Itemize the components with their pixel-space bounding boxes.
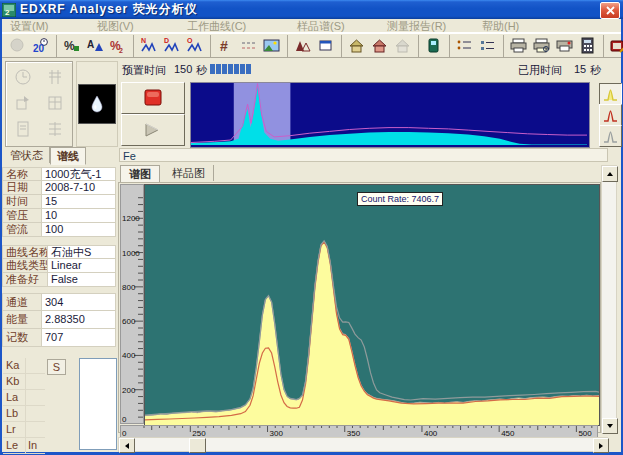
line-row: La [3,390,45,406]
peak-red-button[interactable] [599,104,622,126]
scroll-left-button[interactable] [119,438,135,453]
progress-segment [222,64,227,74]
property-label: 通道 [2,293,42,311]
curve-properties: 曲线名称石油中S曲线类型Linear准备好False [2,245,116,287]
property-label: 日期 [2,181,42,195]
property-row: 时间15 [2,195,116,209]
home-copy-icon [391,34,414,57]
property-value: 100 [42,223,116,237]
peak-yellow-button[interactable] [599,83,622,105]
svg-text:O: O [187,37,193,44]
close-button[interactable] [600,2,620,19]
menu-item-1[interactable]: 视图(V) [97,19,134,34]
detector-icon[interactable] [422,34,445,57]
spectrum-new-icon[interactable]: N [137,34,160,57]
menu-item-4[interactable]: 测量报告(R) [387,19,446,34]
svg-text:D: D [164,37,169,44]
svg-text:350: 350 [347,429,361,437]
zoom-window-icon[interactable] [314,34,337,57]
horizontal-scrollbar[interactable] [118,437,608,452]
toolbar-group: 20 [6,35,57,57]
element-indicator[interactable]: Fe [119,148,608,162]
svg-text:#: # [220,38,228,54]
preset-time-label: 预置时间 [122,63,166,78]
line-label: Kb [3,374,25,389]
peak-compare-icon[interactable] [291,34,314,57]
peak-icon [603,129,618,144]
line-sublabel [25,358,45,373]
water-drop-icon [90,95,104,113]
hscroll-thumb[interactable] [189,438,206,453]
toolbar-group: ? [607,35,623,57]
logbook-icon[interactable] [607,34,623,57]
spectrum-delete-icon[interactable]: D [160,34,183,57]
property-row: 记数707 [2,329,116,347]
scroll-down-button[interactable] [602,418,618,434]
measure-time-icon[interactable]: 20 [29,34,52,57]
tab-sample-view[interactable]: 样品图 [164,165,214,181]
progress-segment [216,64,221,74]
background-image-icon[interactable] [260,34,283,57]
calculator-icon[interactable] [576,34,599,57]
svg-text:%: % [64,39,75,53]
home-sample-icon[interactable] [368,34,391,57]
spectrum-plot[interactable]: Count Rate: 7406.7 [144,184,600,426]
tab-spectral-lines[interactable]: 谱线 [50,147,86,165]
standby-1-icon [46,68,64,86]
svg-text:0: 0 [122,429,127,437]
property-row: 日期2008-7-10 [2,181,116,195]
line-values-listbox[interactable] [79,358,117,450]
line-label: Lb [3,406,25,421]
list-parameters-icon[interactable] [453,34,476,57]
line-sublabel [25,406,45,421]
current-spectrum-outline [145,241,599,415]
measurement-status-bar: 预置时间 150 秒 已用时间 15 秒 [118,60,610,80]
element-column-header: S [47,359,66,375]
tab-tube-status[interactable]: 管状态 [4,147,50,163]
tab-spectrum-view[interactable]: 谱图 [120,165,160,183]
svg-text:400: 400 [424,429,438,437]
progress-segment [246,64,251,74]
preview-canvas [191,83,587,145]
print-preview-icon[interactable] [530,34,553,57]
peak-gray-button[interactable] [599,125,622,147]
standby-2-icon [46,94,64,112]
menu-item-3[interactable]: 样品谱(S) [297,19,345,34]
property-value: 304 [42,293,116,311]
list-options-icon[interactable] [476,34,499,57]
toolbar-group: %A%2 [60,35,134,57]
smoothing-icon[interactable] [237,34,260,57]
svg-text:2: 2 [119,47,123,54]
svg-text:1000: 1000 [122,249,140,258]
line-sublabel [25,390,45,405]
toolbar-group [507,35,604,57]
svg-text:250: 250 [192,429,206,437]
ratio-icon[interactable]: %2 [106,34,129,57]
property-row: 准备好False [2,273,116,287]
menu-item-0[interactable]: 设置(M) [10,19,49,34]
scroll-up-button[interactable] [602,166,618,182]
spectrum-overlay-icon[interactable]: O [183,34,206,57]
toolbar-group [291,35,342,57]
elapsed-time-value: 15 [574,63,586,75]
property-label: 名称 [2,167,42,181]
element-identify-icon[interactable]: A [83,34,106,57]
vertical-scrollbar[interactable] [601,165,617,433]
home-standard-icon[interactable] [345,34,368,57]
stop-measure-button[interactable] [121,82,185,114]
start-measure-button[interactable] [121,114,185,146]
scroll-right-button[interactable] [593,438,609,453]
menu-item-2[interactable]: 工作曲线(C) [187,19,246,34]
spectrum-preview[interactable] [190,82,590,148]
property-row: 管流100 [2,223,116,237]
percent-analysis-icon[interactable]: % [60,34,83,57]
menu-item-5[interactable]: 帮助(H) [482,19,519,34]
toolbar-group [422,35,450,57]
play-icon [142,121,164,139]
line-sublabel [25,422,45,437]
print-icon[interactable] [507,34,530,57]
peak-search-icon[interactable]: # [214,34,237,57]
y-axis-ruler: 020040060080010001200 [120,184,144,424]
print-setup-icon[interactable] [553,34,576,57]
sample-properties: 名称1000充气-1日期2008-7-10时间15管压10管流100 [2,167,116,237]
